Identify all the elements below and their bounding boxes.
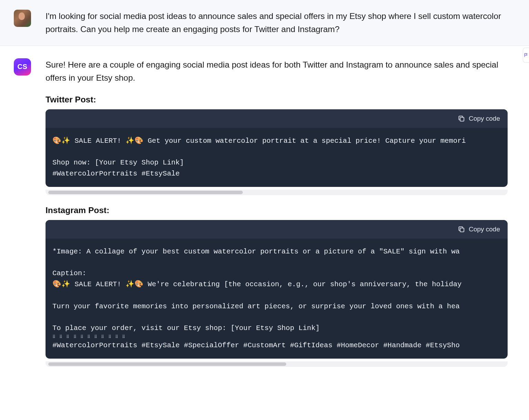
svg-rect-1 [460,228,464,232]
assistant-avatar-label: CS [18,63,28,71]
assistant-avatar: CS [14,58,31,76]
code-block-header: Copy code [46,109,508,128]
horizontal-scrollbar[interactable] [46,190,508,195]
user-avatar [14,10,31,27]
twitter-post-heading: Twitter Post: [46,95,508,104]
instagram-code-body[interactable]: *Image: A collage of your best custom wa… [46,239,508,359]
twitter-code-body[interactable]: 🎨✨ SALE ALERT! ✨🎨 Get your custom waterc… [46,128,508,187]
instagram-post-heading: Instagram Post: [46,206,508,215]
copy-code-button[interactable]: Copy code [458,115,500,122]
copy-code-button[interactable]: Copy code [458,226,500,233]
assistant-message: CS Sure! Here are a couple of engaging s… [0,46,529,370]
instagram-code-block: Copy code *Image: A collage of your best… [46,220,508,359]
copy-icon [458,115,465,122]
scrollbar-thumb[interactable] [48,191,243,194]
user-message: I'm looking for social media post ideas … [0,0,529,46]
instagram-hashtags: #WatercolorPortraits #EtsySale #SpecialO… [52,341,460,349]
copy-icon [458,226,465,233]
dotted-separator: ⠿ ⠿ ⠿ ⠿ ⠿ ⠿ ⠿ ⠿ ⠿ ⠿ ⠿ [52,335,501,339]
instagram-code-main: *Image: A collage of your best custom wa… [52,248,466,332]
user-message-content: I'm looking for social media post ideas … [46,10,508,36]
side-flag-tab[interactable] [523,48,529,63]
flag-icon [524,53,529,58]
twitter-code-block: Copy code 🎨✨ SALE ALERT! ✨🎨 Get your cus… [46,109,508,187]
assistant-intro-text: Sure! Here are a couple of engaging soci… [46,58,508,84]
code-block-header: Copy code [46,220,508,239]
horizontal-scrollbar[interactable] [46,361,508,367]
assistant-message-content: Sure! Here are a couple of engaging soci… [46,58,508,367]
copy-code-label: Copy code [469,226,500,233]
copy-code-label: Copy code [469,115,500,122]
user-message-text: I'm looking for social media post ideas … [46,10,508,36]
svg-rect-0 [460,117,464,121]
scrollbar-thumb[interactable] [48,362,286,366]
